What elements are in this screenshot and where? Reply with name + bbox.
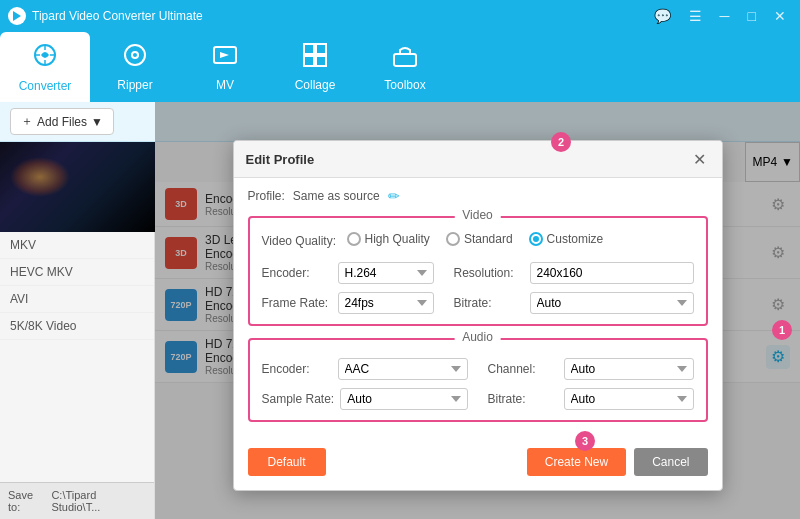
quality-label: Video Quality: [262,234,347,248]
nav-converter[interactable]: Converter [0,32,90,102]
framerate-label: Frame Rate: [262,296,332,310]
collage-icon [302,42,328,74]
ripper-icon [122,42,148,74]
video-section: Video Video Quality: High Quality [248,216,708,326]
channel-label: Channel: [488,362,558,376]
ripper-label: Ripper [117,78,152,92]
svg-rect-6 [316,44,326,54]
nav-ripper[interactable]: Ripper [90,32,180,102]
toolbox-label: Toolbox [384,78,425,92]
sample-rate-row: Sample Rate: Auto [262,388,468,410]
framerate-row: Frame Rate: 24fps [262,292,434,314]
chat-icon[interactable]: 💬 [648,6,677,26]
svg-point-2 [125,45,145,65]
modal-overlay: Edit Profile ✕ Profile: Same as source ✏… [155,102,800,519]
format-list: MKV HEVC MKV AVI 5K/8K Video [0,232,154,482]
title-bar-left: Tipard Video Converter Ultimate [8,7,203,25]
dialog-header: Edit Profile ✕ [234,141,722,178]
collage-label: Collage [295,78,336,92]
radio-circle-high [347,232,361,246]
video-section-label: Video [454,208,500,222]
sample-rate-select[interactable]: Auto [340,388,467,410]
format-item-avi[interactable]: AVI [0,286,154,313]
radio-customize[interactable]: Customize [529,232,604,246]
video-bitrate-select[interactable]: Auto [530,292,694,314]
mv-label: MV [216,78,234,92]
dialog-close-button[interactable]: ✕ [690,149,710,169]
quality-row: Video Quality: High Quality Standard [262,228,694,254]
converter-icon [31,41,59,75]
encoder-row: Encoder: H.264 [262,262,434,284]
badge-number-2: 2 [551,132,571,152]
footer-btn-group: Create New Cancel [527,448,708,476]
profile-label: Profile: [248,189,285,203]
edit-profile-dialog: Edit Profile ✕ Profile: Same as source ✏… [233,140,723,491]
toolbox-icon [392,42,418,74]
radio-high-label: High Quality [365,232,430,246]
resolution-label: Resolution: [454,266,524,280]
profile-value: Same as source [293,189,380,203]
edit-profile-icon[interactable]: ✏ [388,188,400,204]
audio-encoder-row: Encoder: AAC [262,358,468,380]
menu-icon[interactable]: ☰ [683,6,708,26]
right-panel: MP4 ▼ 3D Encoder: H.264 Resolution: 1920… [155,142,800,519]
svg-rect-5 [304,44,314,54]
video-bitrate-row: Bitrate: Auto [454,292,694,314]
channel-select[interactable]: Auto [564,358,694,380]
audio-section: Audio Encoder: AAC Channel: [248,338,708,422]
radio-circle-standard [446,232,460,246]
main-content: MKV HEVC MKV AVI 5K/8K Video Save to: C:… [0,142,800,519]
window-controls: 💬 ☰ ─ □ ✕ [648,6,792,26]
close-btn[interactable]: ✕ [768,6,792,26]
resolution-row: Resolution: [454,262,694,284]
format-item-mkv[interactable]: MKV [0,232,154,259]
video-bitrate-label: Bitrate: [454,296,524,310]
svg-marker-0 [13,11,21,21]
svg-rect-8 [316,56,326,66]
save-path: C:\Tipard Studio\T... [51,489,146,513]
badge-number-1: 1 [772,320,792,340]
audio-encoder-label: Encoder: [262,362,332,376]
audio-bitrate-select[interactable]: Auto [564,388,694,410]
app-title: Tipard Video Converter Ultimate [32,9,203,23]
thumb-glow [10,157,70,197]
mv-icon [212,42,238,74]
dropdown-arrow: ▼ [91,115,103,129]
save-label: Save to: [8,489,47,513]
maximize-btn[interactable]: □ [742,6,762,26]
nav-bar: Converter Ripper MV Collag [0,32,800,102]
nav-collage[interactable]: Collage [270,32,360,102]
create-new-button[interactable]: Create New [527,448,626,476]
sample-rate-label: Sample Rate: [262,392,335,406]
title-bar: Tipard Video Converter Ultimate 💬 ☰ ─ □ … [0,0,800,32]
resolution-input[interactable] [530,262,694,284]
plus-icon: ＋ [21,113,33,130]
default-button[interactable]: Default [248,448,326,476]
quality-radio-group: High Quality Standard [347,232,604,246]
format-item-5k[interactable]: 5K/8K Video [0,313,154,340]
thumb-inner [0,142,155,232]
dialog-body: Profile: Same as source ✏ Video Video Qu… [234,178,722,448]
nav-mv[interactable]: MV [180,32,270,102]
framerate-select[interactable]: 24fps [338,292,434,314]
channel-row: Channel: Auto [488,358,694,380]
save-bar: Save to: C:\Tipard Studio\T... [0,482,154,519]
encoder-label: Encoder: [262,266,332,280]
radio-circle-customize [529,232,543,246]
video-thumbnail [0,142,155,232]
minimize-btn[interactable]: ─ [714,6,736,26]
cancel-button[interactable]: Cancel [634,448,707,476]
audio-form-grid: Encoder: AAC Channel: Auto [262,358,694,410]
profile-line: Profile: Same as source ✏ [248,188,708,204]
audio-section-label: Audio [454,330,501,344]
encoder-select[interactable]: H.264 [338,262,434,284]
nav-toolbox[interactable]: Toolbox [360,32,450,102]
svg-point-3 [132,52,138,58]
radio-high-quality[interactable]: High Quality [347,232,430,246]
converter-label: Converter [19,79,72,93]
radio-dot [533,236,539,242]
radio-standard[interactable]: Standard [446,232,513,246]
add-files-button[interactable]: ＋ Add Files ▼ [10,108,114,135]
audio-encoder-select[interactable]: AAC [338,358,468,380]
format-item-hevc[interactable]: HEVC MKV [0,259,154,286]
